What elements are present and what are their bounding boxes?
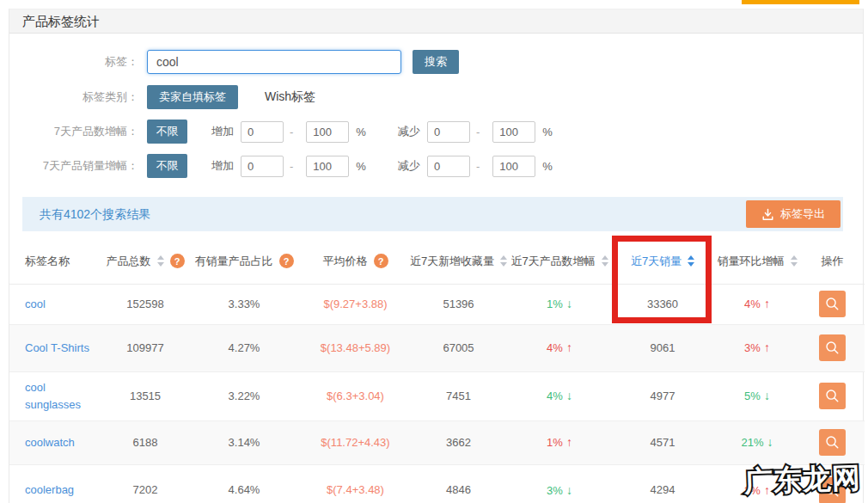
column-label: 平均价格 <box>323 254 368 269</box>
range-dash: - <box>476 160 480 173</box>
sort-icon[interactable] <box>791 255 798 267</box>
column-label: 标签名称 <box>25 254 70 269</box>
trend-value: 4%↑ <box>508 339 611 358</box>
sold-ratio-cell: 3.14% <box>186 434 302 451</box>
sort-icon[interactable] <box>688 255 694 267</box>
sales-decrease-from-input[interactable] <box>427 156 470 177</box>
view-detail-button[interactable] <box>819 291 846 317</box>
view-detail-button[interactable] <box>819 334 846 361</box>
sales-7d-cell: 4571 <box>611 434 714 451</box>
tag-name-link[interactable]: cool sunglasses <box>25 381 81 411</box>
decrease-label: 减少 <box>398 124 420 139</box>
product-increase-from-input[interactable] <box>241 121 284 143</box>
trend-value: 5%↓ <box>714 387 800 406</box>
search-button[interactable]: 搜索 <box>413 50 459 74</box>
category-label: 标签类别： <box>9 89 138 105</box>
avg-price-cell: $(9.27+3.88) <box>302 296 409 313</box>
action-cell <box>800 429 865 456</box>
page: 产品标签统计 标签： 搜索 标签类别： 卖家自填标签 Wish标签 7天产品数增… <box>0 0 868 503</box>
column-label: 近7天产品数增幅 <box>510 254 595 269</box>
trend-value: 1%↑ <box>508 433 611 452</box>
column-label: 近7天销量 <box>631 254 682 269</box>
sort-icon[interactable] <box>500 255 507 267</box>
percent-sign: % <box>542 126 553 138</box>
sort-icon[interactable] <box>157 255 164 267</box>
export-tags-button[interactable]: 标签导出 <box>746 200 840 228</box>
table-row: cool1525983.33%$(9.27+3.88)513961%↓33360… <box>9 285 865 325</box>
arrow-down-icon: ↓ <box>764 389 770 402</box>
column-header-2[interactable]: 产品总数? <box>104 254 186 269</box>
arrow-up-icon: ↑ <box>566 340 572 354</box>
column-header-4: 平均价格? <box>302 254 409 269</box>
sales-growth-filter-row: 7天产品销量增幅： 不限 增加 - % 减少 - % <box>9 154 863 178</box>
column-header-7[interactable]: 近7天销量 <box>611 254 714 269</box>
tag-name-cell: cool sunglasses <box>9 379 104 414</box>
view-detail-button[interactable] <box>819 429 846 456</box>
download-icon <box>761 208 774 221</box>
tag-name-cell: Cool T-Shirts <box>9 340 104 357</box>
view-detail-button[interactable] <box>819 383 846 409</box>
column-label: 销量环比增幅 <box>718 254 785 269</box>
sales-decrease-to-input[interactable] <box>492 156 535 177</box>
avg-price-cell: $(7.4+3.48) <box>302 482 409 499</box>
tag-search-input[interactable] <box>147 50 401 74</box>
sold-ratio-cell: 3.22% <box>186 388 302 405</box>
arrow-down-icon: ↓ <box>767 435 773 449</box>
magnifier-icon <box>824 434 840 451</box>
range-dash: - <box>290 160 293 173</box>
sold-ratio-cell: 4.27% <box>186 340 302 357</box>
export-button-label: 标签导出 <box>780 206 825 222</box>
trend-value: 4%↑ <box>714 295 800 314</box>
sales-growth-unlimited-button[interactable]: 不限 <box>147 154 187 178</box>
action-cell <box>800 334 865 361</box>
column-label: 近7天新增收藏量 <box>410 254 494 269</box>
help-icon[interactable]: ? <box>374 254 388 268</box>
results-summary: 共有4102个搜索结果 <box>22 197 843 231</box>
column-label: 有销量产品占比 <box>195 254 273 269</box>
trend-value: 21%↓ <box>714 433 800 452</box>
column-header-5[interactable]: 近7天新增收藏量 <box>409 254 508 269</box>
product-tag-panel: 产品标签统计 标签： 搜索 标签类别： 卖家自填标签 Wish标签 7天产品数增… <box>9 9 864 503</box>
column-header-8[interactable]: 销量环比增幅 <box>714 254 800 269</box>
tag-label: 标签： <box>9 54 138 70</box>
table-row: coolerbag72024.64%$(7.4+3.48)48463%↓4294… <box>9 465 865 503</box>
tag-name-link[interactable]: coolerbag <box>25 483 74 496</box>
avg-price-cell: $(6.3+3.04) <box>302 388 409 405</box>
product-growth-unlimited-button[interactable]: 不限 <box>147 120 187 144</box>
product-decrease-from-input[interactable] <box>427 121 470 143</box>
total-products-cell: 6188 <box>104 434 186 451</box>
help-icon[interactable]: ? <box>279 254 294 268</box>
page-title: 产品标签统计 <box>22 14 100 28</box>
percent-sign: % <box>356 126 366 138</box>
tag-name-link[interactable]: Cool T-Shirts <box>25 341 89 354</box>
decrease-label: 减少 <box>398 158 420 174</box>
total-products-cell: 152598 <box>104 296 186 313</box>
watermark: 广东龙网 <box>743 459 861 502</box>
sales-increase-from-input[interactable] <box>241 156 284 177</box>
product-growth-label: 7天产品数增幅： <box>9 124 138 139</box>
sales-increase-to-input[interactable] <box>306 156 349 177</box>
category-option-seller[interactable]: 卖家自填标签 <box>147 85 238 109</box>
help-icon[interactable]: ? <box>170 254 185 268</box>
tag-name-link[interactable]: coolwatch <box>25 436 75 449</box>
column-header-6[interactable]: 近7天产品数增幅 <box>508 254 611 269</box>
magnifier-icon <box>824 340 840 356</box>
range-dash: - <box>290 126 293 138</box>
sort-icon[interactable] <box>602 255 608 267</box>
favorites-7d-cell: 4846 <box>409 482 508 499</box>
magnifier-icon <box>824 296 840 312</box>
table-row: coolwatch61883.14%$(11.72+4.43)36621%↑45… <box>9 421 865 465</box>
total-products-cell: 7202 <box>104 482 186 499</box>
tag-statistics-table: 标签名称产品总数?有销量产品占比?平均价格?近7天新增收藏量近7天产品数增幅近7… <box>9 238 865 503</box>
favorites-7d-cell: 51396 <box>409 296 508 313</box>
product-decrease-to-input[interactable] <box>492 121 535 143</box>
percent-sign: % <box>542 160 553 173</box>
category-option-wish[interactable]: Wish标签 <box>265 89 315 105</box>
product-increase-to-input[interactable] <box>306 121 349 143</box>
column-header-3: 有销量产品占比? <box>186 254 302 269</box>
arrow-up-icon: ↑ <box>764 297 770 310</box>
sales-7d-cell: 33360 <box>611 296 714 313</box>
column-header-9: 操作 <box>800 254 865 269</box>
tag-name-link[interactable]: cool <box>25 298 46 310</box>
sales-7d-cell: 9061 <box>611 340 714 357</box>
